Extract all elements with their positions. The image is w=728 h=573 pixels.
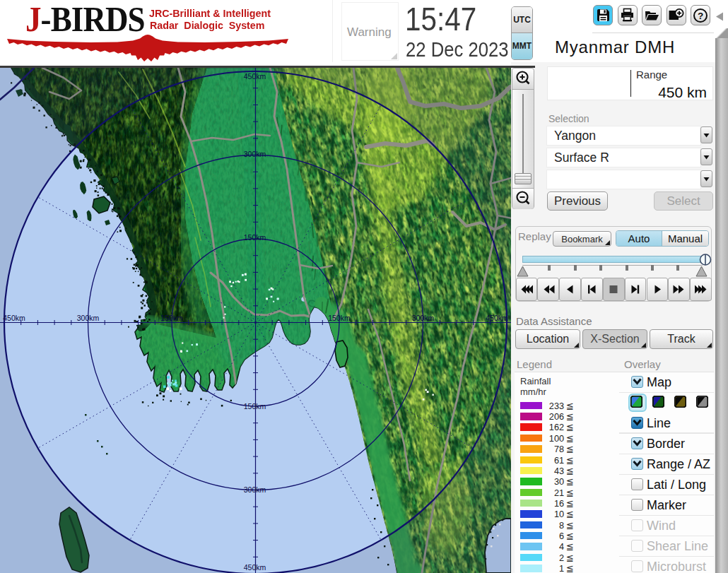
svg-text:450km: 450km	[244, 563, 266, 572]
svg-text:450km: 450km	[486, 314, 508, 322]
svg-text:450km: 450km	[3, 314, 25, 322]
svg-text:?: ?	[698, 10, 703, 20]
svg-text:450km: 450km	[244, 72, 266, 81]
svg-text:150km: 150km	[328, 314, 351, 322]
svg-text:300km: 300km	[77, 314, 100, 322]
svg-text:150km: 150km	[244, 402, 266, 410]
svg-text:150km: 150km	[244, 233, 266, 242]
svg-text:300km: 300km	[244, 485, 266, 494]
svg-text:300km: 300km	[244, 150, 266, 158]
svg-text:150km: 150km	[160, 314, 183, 322]
svg-text:300km: 300km	[412, 314, 435, 322]
